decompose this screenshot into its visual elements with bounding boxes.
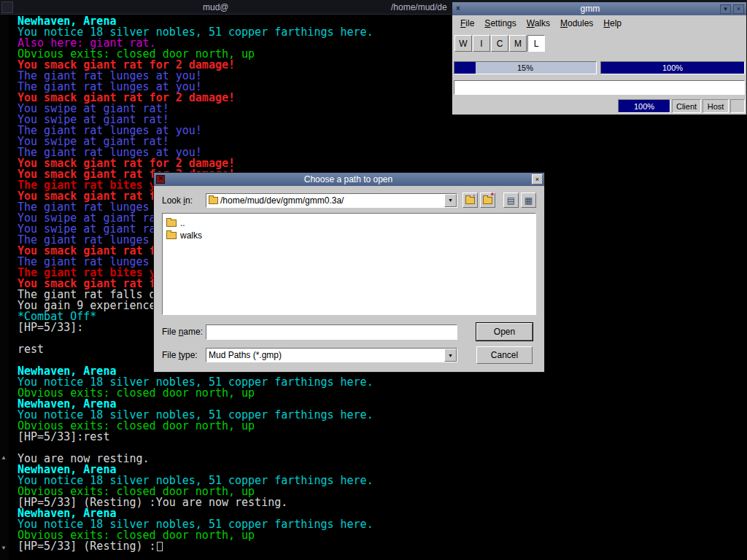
gmm-window-title: gmm [460,4,720,14]
file-list-item[interactable]: walks [166,229,532,241]
open-button[interactable]: Open [476,323,533,341]
sparkle-icon: * [491,192,494,199]
toggle-button-c[interactable]: C [491,35,508,52]
gmm-statusbar: 100% Client Host [454,99,745,113]
list-view-icon: ▤ [507,196,515,205]
file-type-combobox[interactable]: Mud Paths (*.gmp) ▼ [206,348,457,362]
file-name-input[interactable] [206,324,457,340]
gmm-window: × gmm ▾ × File Settings Walks Modules He… [452,1,747,115]
desktop: mud@ /home/mud/de ▲ ▼ Newhaven, ArenaYou… [0,0,747,560]
list-view-button[interactable]: ▤ [503,192,519,208]
gmm-toolbar: W I C M L [452,31,746,55]
file-type-value: Mud Paths (*.gmp) [206,350,444,360]
statusbar-spacer [454,99,616,113]
terminal-line: [HP=5/33]:rest [18,432,374,443]
close-button[interactable]: × [733,4,744,14]
detail-view-icon: ▦ [525,196,533,205]
dialog-toolbar: ↑ * ▤ ▦ [462,192,536,208]
up-arrow-icon: ↑ [473,193,476,200]
shade-button[interactable]: ▾ [720,4,731,14]
gmm-titlebar[interactable]: × gmm ▾ × [452,2,746,15]
menu-settings[interactable]: Settings [479,17,521,30]
combo-dropdown-arrow-icon[interactable]: ▼ [444,194,457,207]
scroll-up-icon[interactable]: ▲ [1,454,7,461]
file-list[interactable]: ..walks [162,213,536,315]
file-dialog: Choose a path to open × Look in: /home/m… [153,172,545,373]
dialog-titlebar[interactable]: Choose a path to open × [154,173,544,186]
statusbar-grip [730,99,745,113]
scroll-down-icon[interactable]: ▼ [1,545,7,551]
gmm-progress-row: 15% 100% [454,61,745,74]
terminal-title: mud@ [203,2,229,12]
combo-dropdown-arrow-icon[interactable]: ▼ [444,349,457,362]
menu-walks[interactable]: Walks [522,17,555,30]
toggle-button-w[interactable]: W [454,35,472,52]
path-value: /home/mud/dev/gmm/gmm0.3a/ [218,195,444,206]
statusbar-progress: 100% [618,99,670,113]
terminal-scrollbar[interactable]: ▲ ▼ [0,15,9,560]
statusbar-client: Client [672,99,701,113]
progress-label: 15% [454,63,596,72]
look-in-row: Look in: /home/mud/dev/gmm/gmm0.3a/ ▼ ↑ … [162,192,536,208]
folder-icon [166,232,177,239]
menu-help[interactable]: Help [598,17,627,30]
menu-modules[interactable]: Modules [555,17,598,30]
terminal-cursor [157,542,163,551]
terminal-title-path: /home/mud/de [391,2,447,12]
file-item-label: .. [180,218,185,228]
toggle-button-i[interactable]: I [473,35,490,52]
dialog-close-button[interactable]: × [532,174,543,184]
look-in-label: Look in: [162,195,206,206]
path-combobox[interactable]: /home/mud/dev/gmm/gmm0.3a/ ▼ [206,193,457,208]
file-type-label: File type: [162,350,206,360]
dialog-window-menu-icon[interactable] [156,175,165,184]
statusbar-host: Host [703,99,729,113]
file-type-row: File type: Mud Paths (*.gmp) ▼ Cancel [162,346,536,364]
folder-icon [166,219,177,227]
dialog-title: Choose a path to open [165,174,532,184]
terminal-line: [HP=5/33] (Resting) : [18,541,374,552]
toggle-button-m[interactable]: M [509,35,527,52]
toggle-button-l[interactable]: L [527,35,545,52]
folder-icon [209,197,218,204]
cancel-button[interactable]: Cancel [476,346,533,364]
gmm-menubar: File Settings Walks Modules Help [452,15,746,31]
file-item-label: walks [180,230,202,241]
parent-directory-button[interactable]: ↑ [462,192,478,208]
mana-progress-bar: 100% [600,61,745,74]
health-progress-bar: 15% [454,61,597,74]
detail-view-button[interactable]: ▦ [521,192,536,208]
file-name-label: File name: [162,327,206,337]
new-folder-button[interactable]: * [480,192,495,208]
file-list-item[interactable]: .. [166,217,532,229]
menu-file[interactable]: File [455,17,479,30]
progress-label: 100% [601,63,744,72]
command-input[interactable] [454,80,745,95]
dialog-body: Look in: /home/mud/dev/gmm/gmm0.3a/ ▼ ↑ … [154,186,544,377]
file-name-row: File name: Open [162,323,536,341]
terminal-menu-button[interactable] [1,1,13,13]
